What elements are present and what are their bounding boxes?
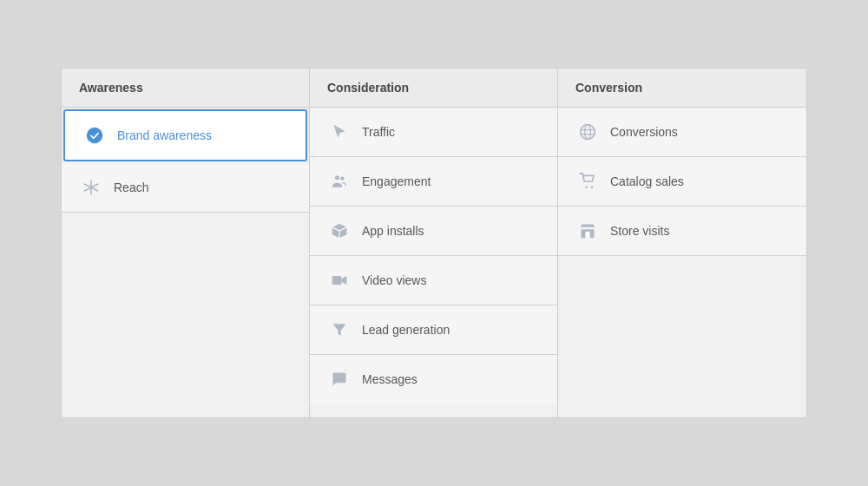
awareness-header: Awareness [62, 69, 309, 108]
campaign-objective-grid: Awareness Brand awareness [61, 68, 807, 418]
svg-point-10 [581, 125, 595, 140]
store-visits-cell[interactable]: Store visits [558, 207, 806, 256]
lead-generation-cell[interactable]: Lead generation [310, 305, 557, 355]
svg-point-15 [591, 186, 594, 188]
conversion-empty [558, 256, 806, 412]
brand-awareness-cell[interactable]: Brand awareness [63, 109, 307, 161]
video-icon [327, 268, 352, 292]
app-installs-label: App installs [362, 224, 424, 238]
messages-label: Messages [362, 372, 418, 386]
filter-icon [327, 318, 352, 342]
engagement-label: Engagement [362, 174, 431, 188]
cursor-icon [327, 120, 352, 144]
conversions-cell[interactable]: Conversions [558, 108, 806, 157]
brand-awareness-label: Brand awareness [117, 128, 212, 142]
video-views-label: Video views [362, 273, 426, 287]
traffic-cell[interactable]: Traffic [310, 108, 557, 157]
catalog-sales-label: Catalog sales [610, 174, 684, 188]
svg-rect-9 [332, 276, 342, 285]
consideration-column: Consideration Traffic [310, 69, 558, 417]
awareness-column: Awareness Brand awareness [62, 69, 310, 417]
video-views-cell[interactable]: Video views [310, 256, 557, 305]
asterisk-icon [79, 175, 103, 200]
check-circle-icon [82, 123, 107, 148]
app-installs-cell[interactable]: App installs [310, 207, 557, 256]
svg-point-14 [585, 186, 588, 188]
message-icon [327, 367, 352, 391]
traffic-label: Traffic [362, 125, 395, 139]
engagement-cell[interactable]: Engagement [310, 157, 557, 207]
awareness-empty [62, 213, 309, 417]
conversion-column: Conversion Conversions [558, 69, 806, 417]
svg-point-4 [335, 175, 339, 180]
box-icon [327, 219, 352, 243]
consideration-header: Consideration [310, 69, 557, 108]
conversions-label: Conversions [610, 125, 678, 139]
messages-cell[interactable]: Messages [310, 355, 557, 404]
svg-rect-17 [586, 232, 590, 239]
catalog-sales-cell[interactable]: Catalog sales [558, 157, 806, 207]
svg-point-11 [585, 125, 591, 140]
globe-icon [575, 120, 600, 144]
store-icon [575, 219, 600, 243]
conversion-header: Conversion [558, 69, 806, 108]
people-icon [327, 169, 352, 194]
grid-layout: Awareness Brand awareness [62, 69, 806, 417]
reach-cell[interactable]: Reach [62, 163, 309, 213]
reach-label: Reach [114, 181, 148, 194]
svg-point-5 [340, 177, 344, 181]
cart-icon [575, 169, 600, 194]
svg-point-0 [87, 128, 102, 143]
lead-generation-label: Lead generation [362, 323, 450, 337]
store-visits-label: Store visits [610, 224, 669, 238]
